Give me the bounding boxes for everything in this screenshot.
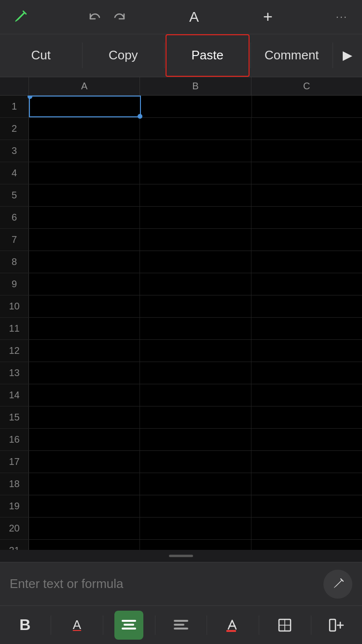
cell-b19[interactable]: [140, 495, 251, 517]
cell-a13[interactable]: [29, 362, 140, 384]
cell-b9[interactable]: [140, 273, 251, 295]
fill-color-button[interactable]: [219, 611, 248, 640]
table-row: 11: [0, 318, 362, 340]
cell-c12[interactable]: [251, 340, 362, 362]
cell-c6[interactable]: [251, 207, 362, 228]
cell-a17[interactable]: [29, 451, 140, 473]
cell-c9[interactable]: [251, 273, 362, 295]
undo-button[interactable]: [84, 6, 105, 28]
align-button[interactable]: [167, 611, 195, 640]
cell-a10[interactable]: [29, 295, 140, 317]
cell-a5[interactable]: [29, 184, 140, 206]
selection-handle-tl: [28, 96, 32, 99]
pencil-icon-button[interactable]: [10, 6, 31, 28]
row-number-3: 3: [0, 140, 29, 162]
redo-button[interactable]: [110, 6, 131, 28]
cell-b13[interactable]: [140, 362, 251, 384]
cell-c15[interactable]: [251, 406, 362, 428]
cell-b12[interactable]: [140, 340, 251, 362]
cell-a9[interactable]: [29, 273, 140, 295]
cell-c11[interactable]: [251, 318, 362, 339]
cell-b6[interactable]: [140, 207, 251, 228]
cell-b20[interactable]: [140, 518, 251, 539]
cell-b11[interactable]: [140, 318, 251, 339]
cell-c21[interactable]: [251, 540, 362, 550]
copy-button[interactable]: Copy: [83, 34, 165, 77]
cell-b1[interactable]: [141, 96, 251, 117]
cell-b15[interactable]: [140, 406, 251, 428]
align-center-button[interactable]: [114, 611, 143, 640]
cell-c16[interactable]: [251, 429, 362, 450]
cell-a19[interactable]: [29, 495, 140, 517]
formula-edit-button[interactable]: [323, 570, 352, 599]
cell-c4[interactable]: [251, 162, 362, 184]
play-button[interactable]: ▶: [333, 34, 362, 77]
cell-a7[interactable]: [29, 229, 140, 251]
cell-b18[interactable]: [140, 473, 251, 495]
paste-button[interactable]: Paste: [166, 34, 250, 77]
bold-button[interactable]: B: [11, 611, 40, 640]
cut-button[interactable]: Cut: [0, 34, 82, 77]
svg-rect-10: [330, 619, 335, 631]
cell-a21[interactable]: [29, 540, 140, 550]
cell-b16[interactable]: [140, 429, 251, 450]
cell-a18[interactable]: [29, 473, 140, 495]
cell-a8[interactable]: [29, 251, 140, 273]
comment-button[interactable]: Comment: [251, 34, 333, 77]
cell-a11[interactable]: [29, 318, 140, 339]
cell-c17[interactable]: [251, 451, 362, 473]
cell-a6[interactable]: [29, 207, 140, 228]
cell-a4[interactable]: [29, 162, 140, 184]
cell-a2[interactable]: [29, 118, 140, 140]
cell-a16[interactable]: [29, 429, 140, 450]
cell-c5[interactable]: [251, 184, 362, 206]
font-color-button[interactable]: A: [62, 611, 91, 640]
cell-c18[interactable]: [251, 473, 362, 495]
cell-a3[interactable]: [29, 140, 140, 162]
add-button[interactable]: +: [257, 6, 278, 28]
cell-b14[interactable]: [140, 384, 251, 406]
row-number-20: 20: [0, 518, 29, 539]
font-button[interactable]: A: [183, 6, 205, 28]
svg-rect-2: [122, 628, 136, 630]
col-header-b[interactable]: B: [140, 77, 251, 95]
table-row: 12: [0, 340, 362, 362]
cell-b3[interactable]: [140, 140, 251, 162]
formula-bar: [0, 562, 362, 605]
insert-col-icon: [329, 617, 345, 633]
cell-c3[interactable]: [251, 140, 362, 162]
cell-b10[interactable]: [140, 295, 251, 317]
cell-b2[interactable]: [140, 118, 251, 140]
border-button[interactable]: [270, 611, 299, 640]
insert-col-button[interactable]: [322, 611, 351, 640]
cell-c20[interactable]: [251, 518, 362, 539]
row-number-18: 18: [0, 473, 29, 495]
table-row: 18: [0, 473, 362, 495]
cell-b5[interactable]: [140, 184, 251, 206]
cell-c7[interactable]: [251, 229, 362, 251]
cell-b21[interactable]: [140, 540, 251, 550]
cell-c19[interactable]: [251, 495, 362, 517]
cell-a1[interactable]: [29, 96, 141, 117]
cell-b17[interactable]: [140, 451, 251, 473]
cell-a14[interactable]: [29, 384, 140, 406]
cell-a12[interactable]: [29, 340, 140, 362]
top-toolbar: A + ··· Cut Copy Paste Comment ▶: [0, 0, 362, 77]
cell-c10[interactable]: [251, 295, 362, 317]
more-options-button[interactable]: ···: [331, 6, 352, 28]
cell-c8[interactable]: [251, 251, 362, 273]
cell-a15[interactable]: [29, 406, 140, 428]
cell-b8[interactable]: [140, 251, 251, 273]
col-header-a[interactable]: A: [29, 77, 140, 95]
cell-c1[interactable]: [252, 96, 362, 117]
cell-c2[interactable]: [251, 118, 362, 140]
cell-b4[interactable]: [140, 162, 251, 184]
cell-a20[interactable]: [29, 518, 140, 539]
row-number-5: 5: [0, 184, 29, 206]
cell-c14[interactable]: [251, 384, 362, 406]
col-header-c[interactable]: C: [251, 77, 362, 95]
cell-c13[interactable]: [251, 362, 362, 384]
formula-input[interactable]: [10, 576, 316, 591]
svg-rect-1: [124, 624, 134, 626]
cell-b7[interactable]: [140, 229, 251, 251]
